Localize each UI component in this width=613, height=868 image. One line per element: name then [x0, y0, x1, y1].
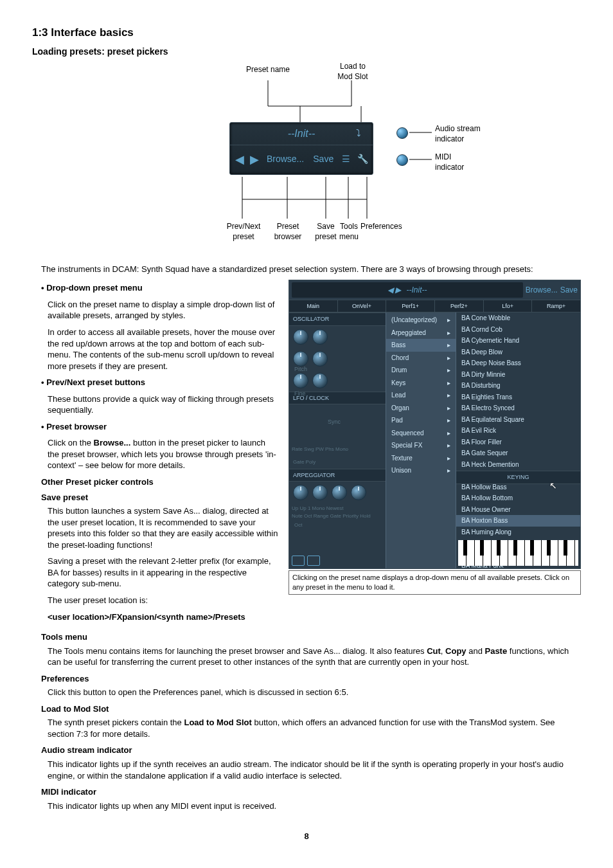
knob[interactable]	[312, 351, 328, 366]
tools-p-a: The Tools menu contains items for launch…	[48, 646, 427, 656]
label-browser: Preset browser	[271, 221, 305, 242]
dd-preset-item[interactable]: BA Cone Wobble	[456, 312, 580, 324]
dropdown-p1: Click on the preset name to display a si…	[48, 299, 278, 321]
dd-preset-item[interactable]: BA Deep Blow	[456, 347, 580, 358]
dd-category-item[interactable]: Keys▸	[386, 377, 456, 390]
ghost-label: Oct	[294, 522, 302, 529]
loadslot-p-a: The synth preset pickers contain the	[48, 718, 184, 727]
preferences-icon[interactable]: 🔧	[357, 153, 369, 165]
small-button[interactable]	[307, 556, 320, 566]
tools-menu-icon[interactable]: ☰	[340, 153, 352, 165]
dd-category-item[interactable]: Drum▸	[386, 364, 456, 377]
knob[interactable]	[312, 373, 328, 388]
knob[interactable]	[312, 485, 328, 500]
dd-preset-item[interactable]: BA Disturbing	[456, 380, 580, 392]
tools-p: The Tools menu contains items for launch…	[48, 646, 581, 668]
dd-preset-name[interactable]: ◀ ▶--Init--	[292, 282, 523, 298]
browse-button[interactable]: Browse...	[264, 152, 306, 167]
ghost-label: Note Oct Range Gate Priority Hold	[292, 513, 371, 520]
dd-category-item[interactable]: Sequenced▸	[386, 427, 456, 440]
dd-preset-item[interactable]: BA Cornd Cob	[456, 324, 580, 336]
dd-save[interactable]: Save	[560, 285, 578, 295]
knob[interactable]	[332, 485, 347, 500]
dd-tab[interactable]: OnVel+	[337, 300, 386, 312]
dd-preset-item[interactable]: BA Floor Filler	[456, 437, 580, 448]
knob[interactable]	[293, 373, 308, 388]
prev-preset-button[interactable]: ◀	[234, 152, 245, 167]
preset-name-display[interactable]: --Init--	[288, 127, 315, 141]
dd-arp-header: ARPEGGIATOR	[289, 469, 386, 482]
label-load-to-mod-slot: Load to Mod Slot	[333, 61, 372, 82]
dd-tab[interactable]: Perf1+	[386, 300, 434, 312]
tools-menu-heading: Tools menu	[41, 631, 581, 643]
bullet-prevnext-title: • Prev/Next preset buttons	[41, 377, 278, 388]
dd-browse[interactable]: Browse...	[526, 285, 558, 295]
section-heading: 1:3 Interface basics	[32, 26, 581, 41]
save-p1: This button launches a system Save As...…	[48, 505, 278, 550]
dd-category-item[interactable]: Bass▸	[386, 339, 456, 352]
tools-copy: Copy	[445, 646, 466, 656]
dd-preset-item[interactable]: BA Eighties Trans	[456, 392, 580, 403]
knob[interactable]	[312, 329, 328, 345]
dd-category-item[interactable]: Unison▸	[386, 464, 456, 477]
save-button[interactable]: Save	[310, 152, 336, 167]
dd-category-item[interactable]: Organ▸	[386, 402, 456, 415]
page-number: 8	[32, 831, 581, 842]
dd-preset-item[interactable]: BA Hoxton Bass	[456, 515, 580, 527]
dd-tab[interactable]: Perf2+	[434, 300, 483, 312]
dd-preset-item[interactable]: BA Dirty Minnie	[456, 369, 580, 381]
midi-p: This indicator lights up when any MIDI e…	[48, 800, 581, 812]
ghost-label: Up Up 1 Mono Newest	[292, 505, 343, 512]
dd-category-item[interactable]: Texture▸	[386, 452, 456, 465]
dd-category-item[interactable]: Pad▸	[386, 414, 456, 427]
dd-tabs: MainOnVel+Perf1+Perf2+Lfo+Ramp+	[289, 300, 580, 312]
tools-and: and	[466, 646, 485, 656]
dd-preset-item[interactable]: BA Equilateral Square	[456, 414, 580, 426]
browser-p: Click on the Browse... button in the pre…	[48, 437, 278, 471]
other-controls-heading: Other Preset picker controls	[41, 476, 278, 488]
dd-preset-item[interactable]: BA Evil Rick	[456, 425, 580, 437]
label-audio-indicator: Audio stream indicator	[435, 123, 481, 144]
dd-preset-item[interactable]: BA Electro Synced	[456, 402, 580, 414]
subsection-heading: Loading presets: preset pickers	[32, 46, 581, 58]
dd-preset-item[interactable]: BA Hollow Bottom	[456, 493, 580, 504]
dd-category-item[interactable]: Arpeggiated▸	[386, 327, 456, 339]
dd-preset-menu: KEYING BA Cone WobbleBA Cornd CobBA Cybe…	[456, 312, 580, 568]
load-to-mod-slot-icon[interactable]: ⤵	[356, 127, 366, 141]
knob[interactable]	[293, 351, 308, 366]
dd-tab[interactable]: Lfo+	[483, 300, 532, 312]
cursor-icon: ↖	[549, 480, 558, 490]
dd-preset-item[interactable]: BA House Owner	[456, 504, 580, 516]
dd-tab[interactable]: Ramp+	[531, 300, 580, 312]
dd-tab[interactable]: Main	[289, 300, 337, 312]
dd-preset-item[interactable]: BA Heck Demention	[456, 459, 580, 471]
dd-header: ◀ ▶--Init-- Browse... Save	[289, 280, 580, 300]
dd-left-panel: OSCILLATOR Pitch Fine LFO / CLOCK Sync R…	[289, 312, 386, 568]
dd-category-item[interactable]: (Uncategorized)▸	[386, 314, 456, 327]
save-path: <user location>/FXpansion/<synth name>/P…	[48, 611, 278, 623]
dd-preset-item[interactable]: BA Huming Along	[456, 527, 580, 538]
preset-picker-top: --Init-- ⤵	[230, 123, 373, 145]
dd-preset-item[interactable]: BA Deep Noise Bass	[456, 357, 580, 369]
knob[interactable]	[293, 485, 308, 500]
knob[interactable]	[293, 329, 308, 345]
dd-preset-item[interactable]: BA Cybernetic Hand	[456, 335, 580, 347]
dd-category-item[interactable]: Special FX▸	[386, 439, 456, 452]
next-preset-button[interactable]: ▶	[249, 152, 260, 167]
load-to-mod-slot-heading: Load to Mod Slot	[41, 703, 581, 715]
midi-indicator	[396, 154, 408, 166]
dd-preset-item[interactable]: BA Gate Sequer	[456, 448, 580, 459]
tools-paste: Paste	[484, 646, 507, 656]
audio-p: This indicator lights up if the synth re…	[48, 759, 581, 781]
dd-category-item[interactable]: Chord▸	[386, 352, 456, 365]
prefs-p: Click this button to open the Preference…	[48, 687, 581, 698]
dd-category-item[interactable]: Lead▸	[386, 389, 456, 402]
label-prev-next: Prev/Next preset	[224, 221, 263, 242]
preferences-heading: Preferences	[41, 673, 581, 685]
save-p3: The user preset location is:	[48, 595, 278, 606]
label-preset-name: Preset name	[242, 64, 294, 75]
knob[interactable]	[351, 485, 366, 500]
midi-indicator-heading: MIDI indicator	[41, 786, 581, 798]
small-button[interactable]	[292, 556, 305, 566]
audio-indicator-heading: Audio stream indicator	[41, 745, 581, 756]
